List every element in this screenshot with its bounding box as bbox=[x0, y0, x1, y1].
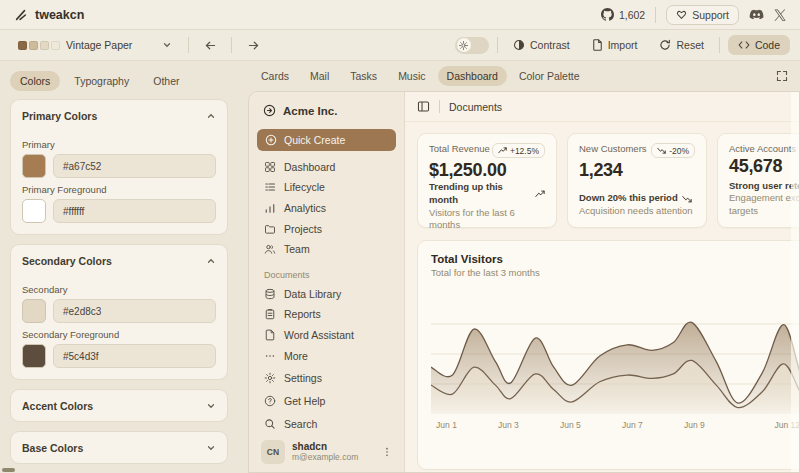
discord-icon[interactable] bbox=[749, 9, 764, 21]
trending-up-icon bbox=[535, 190, 545, 198]
sidebar-item-label: Projects bbox=[284, 223, 322, 235]
quick-create-button[interactable]: Quick Create bbox=[257, 129, 396, 151]
sidebar-item-search[interactable]: Search bbox=[257, 412, 396, 435]
tab-typography[interactable]: Typography bbox=[64, 71, 139, 91]
reset-button[interactable]: Reset bbox=[652, 35, 710, 55]
tab-color-palette[interactable]: Color Palette bbox=[510, 66, 589, 86]
section-accent-header[interactable]: Accent Colors bbox=[22, 390, 216, 421]
sidebar-item-get-help[interactable]: Get Help bbox=[257, 389, 396, 412]
sidebar-toggle-icon[interactable] bbox=[417, 100, 430, 113]
scrollbar-thumb[interactable] bbox=[2, 468, 15, 472]
theme-preset-select[interactable]: Vintage Paper bbox=[10, 36, 180, 54]
section-title: Base Colors bbox=[22, 442, 83, 454]
trending-down-icon bbox=[682, 195, 692, 203]
section-title: Secondary Colors bbox=[22, 255, 112, 267]
section-secondary-header[interactable]: Secondary Colors bbox=[22, 245, 216, 276]
metric-cards-row: Total Revenue +12.5% $1,250.00 Trending … bbox=[405, 122, 799, 228]
preview-scrollbar[interactable] bbox=[791, 92, 799, 472]
light-dark-toggle[interactable] bbox=[455, 37, 489, 54]
metric-subcaption: Engagement exceed targets bbox=[729, 192, 799, 218]
chart-title: Total Visitors bbox=[431, 253, 799, 265]
color-swatch-secondary[interactable] bbox=[22, 299, 46, 323]
total-visitors-card: Total Visitors Total for the last 3 mont… bbox=[417, 240, 799, 470]
tab-cards[interactable]: Cards bbox=[252, 66, 298, 86]
tab-other[interactable]: Other bbox=[143, 71, 189, 91]
sidebar-item-dashboard[interactable]: Dashboard bbox=[257, 157, 396, 178]
database-icon bbox=[264, 288, 276, 300]
color-swatch-primary-foreground[interactable] bbox=[22, 199, 46, 223]
sidebar-item-word-assistant[interactable]: Word Assistant bbox=[257, 325, 396, 346]
field-label: Primary Foreground bbox=[22, 184, 216, 195]
tab-dashboard[interactable]: Dashboard bbox=[438, 66, 507, 86]
org-switcher[interactable]: Acme Inc. bbox=[257, 100, 396, 121]
metric-caption: Trending up this month bbox=[429, 181, 531, 207]
metric-card-active-accounts: Active Accounts 45,678 Strong user reten… bbox=[717, 133, 799, 228]
color-input-primary-foreground[interactable]: #ffffff bbox=[53, 199, 216, 223]
tab-colors[interactable]: Colors bbox=[10, 71, 60, 91]
github-stars[interactable]: 1,602 bbox=[601, 8, 645, 21]
theme-toolbar: Vintage Paper Contrast bbox=[0, 30, 800, 61]
metric-title: Active Accounts bbox=[729, 143, 796, 154]
contrast-icon bbox=[513, 39, 525, 51]
contrast-button[interactable]: Contrast bbox=[506, 35, 577, 55]
sidebar-item-settings[interactable]: Settings bbox=[257, 366, 396, 389]
chevron-down-icon bbox=[206, 443, 216, 453]
undo-button[interactable] bbox=[197, 35, 223, 55]
sidebar-item-lifecycle[interactable]: Lifecycle bbox=[257, 177, 396, 198]
metric-value: 1,234 bbox=[579, 160, 695, 181]
kebab-menu-icon[interactable] bbox=[382, 446, 392, 458]
support-button[interactable]: Support bbox=[666, 5, 739, 25]
preset-swatch-2 bbox=[29, 41, 38, 50]
color-swatch-secondary-foreground[interactable] bbox=[22, 344, 46, 368]
metric-title: New Customers bbox=[579, 143, 647, 154]
sidebar-item-data-library[interactable]: Data Library bbox=[257, 284, 396, 305]
section-primary-header[interactable]: Primary Colors bbox=[22, 100, 216, 131]
contrast-label: Contrast bbox=[530, 39, 570, 51]
brand[interactable]: tweakcn bbox=[14, 8, 84, 22]
preview-main-header: Documents bbox=[405, 92, 799, 122]
x-twitter-icon[interactable] bbox=[774, 9, 786, 21]
sidebar-item-more[interactable]: More bbox=[257, 345, 396, 366]
sidebar-item-reports[interactable]: Reports bbox=[257, 304, 396, 325]
section-base-header[interactable]: Base Colors bbox=[22, 432, 216, 463]
preview-area: Cards Mail Tasks Music Dashboard Color P… bbox=[238, 61, 800, 473]
breadcrumb: Documents bbox=[449, 101, 502, 113]
sidebar-item-team[interactable]: Team bbox=[257, 239, 396, 260]
metric-subcaption: Visitors for the last 6 months bbox=[429, 207, 545, 233]
tab-tasks[interactable]: Tasks bbox=[341, 66, 386, 86]
sidebar-item-projects[interactable]: Projects bbox=[257, 218, 396, 239]
help-circle-icon bbox=[264, 395, 276, 407]
sidebar-item-analytics[interactable]: Analytics bbox=[257, 198, 396, 219]
color-swatch-primary[interactable] bbox=[22, 154, 46, 178]
preview-tabs: Cards Mail Tasks Music Dashboard Color P… bbox=[238, 61, 800, 91]
plus-circle-icon bbox=[265, 134, 277, 146]
org-logo-icon bbox=[263, 104, 276, 117]
preset-swatch-3 bbox=[40, 41, 49, 50]
metric-card-new-customers: New Customers -20% 1,234 Down 20% this p… bbox=[567, 133, 707, 228]
github-icon bbox=[601, 8, 614, 21]
sidebar-item-label: Settings bbox=[284, 372, 322, 384]
heart-icon bbox=[676, 9, 687, 20]
preview-sidebar: Acme Inc. Quick Create Dashboard bbox=[249, 92, 405, 472]
sidebar-item-label: Reports bbox=[284, 308, 321, 320]
tab-music[interactable]: Music bbox=[389, 66, 434, 86]
color-input-primary[interactable]: #a67c52 bbox=[53, 154, 216, 178]
fullscreen-icon[interactable] bbox=[776, 70, 788, 82]
user-menu[interactable]: CN shadcn m@example.com bbox=[257, 435, 396, 466]
field-label: Secondary Foreground bbox=[22, 329, 216, 340]
grid-icon bbox=[264, 161, 276, 173]
import-button[interactable]: Import bbox=[585, 35, 645, 55]
color-input-secondary[interactable]: #e2d8c3 bbox=[53, 299, 216, 323]
folder-icon bbox=[264, 223, 276, 235]
preview-sidebar-footer: Settings Get Help Search bbox=[257, 366, 396, 466]
chart-subtitle: Total for the last 3 months bbox=[431, 267, 799, 278]
document-icon bbox=[264, 329, 276, 341]
sidebar-item-label: More bbox=[284, 350, 308, 362]
tab-mail[interactable]: Mail bbox=[301, 66, 338, 86]
quick-create-label: Quick Create bbox=[284, 134, 345, 146]
color-input-secondary-foreground[interactable]: #5c4d3f bbox=[53, 344, 216, 368]
code-button[interactable]: Code bbox=[728, 35, 790, 55]
redo-button[interactable] bbox=[240, 35, 266, 55]
code-brackets-icon bbox=[738, 40, 750, 50]
trending-down-icon bbox=[657, 147, 666, 154]
